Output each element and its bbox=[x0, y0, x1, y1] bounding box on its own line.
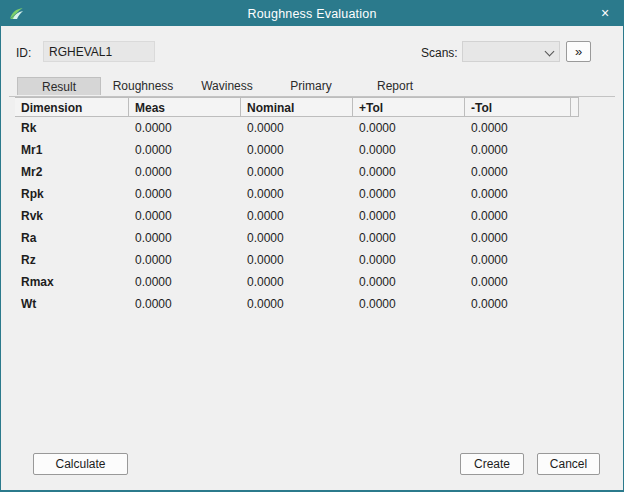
dimension-cell: Wt bbox=[15, 293, 129, 315]
value-cell: 0.0000 bbox=[129, 293, 241, 315]
table-row[interactable]: Ra0.00000.00000.00000.0000 bbox=[15, 227, 579, 249]
value-cell: 0.0000 bbox=[241, 227, 353, 249]
value-cell: 0.0000 bbox=[241, 183, 353, 205]
value-cell: 0.0000 bbox=[241, 293, 353, 315]
value-cell: 0.0000 bbox=[353, 293, 465, 315]
column-header-meas[interactable]: Meas bbox=[129, 98, 241, 116]
value-cell: 0.0000 bbox=[353, 271, 465, 293]
row-filler bbox=[571, 249, 579, 271]
value-cell: 0.0000 bbox=[129, 249, 241, 271]
value-cell: 0.0000 bbox=[129, 227, 241, 249]
dimension-cell: Mr1 bbox=[15, 139, 129, 161]
value-cell: 0.0000 bbox=[129, 117, 241, 139]
tab-bar: Result Roughness Waviness Primary Report bbox=[9, 77, 615, 97]
dimension-cell: Rpk bbox=[15, 183, 129, 205]
create-button[interactable]: Create bbox=[460, 453, 524, 475]
dimension-cell: Rmax bbox=[15, 271, 129, 293]
dimension-cell: Mr2 bbox=[15, 161, 129, 183]
value-cell: 0.0000 bbox=[241, 205, 353, 227]
tab-roughness[interactable]: Roughness bbox=[101, 77, 185, 95]
dimension-cell: Rk bbox=[15, 117, 129, 139]
value-cell: 0.0000 bbox=[465, 293, 571, 315]
titlebar[interactable]: Roughness Evaluation × bbox=[1, 1, 623, 26]
value-cell: 0.0000 bbox=[465, 139, 571, 161]
dimension-cell: Rz bbox=[15, 249, 129, 271]
value-cell: 0.0000 bbox=[465, 183, 571, 205]
value-cell: 0.0000 bbox=[129, 161, 241, 183]
table-row[interactable]: Rmax0.00000.00000.00000.0000 bbox=[15, 271, 579, 293]
row-filler bbox=[571, 293, 579, 315]
value-cell: 0.0000 bbox=[353, 139, 465, 161]
calculate-button[interactable]: Calculate bbox=[33, 453, 128, 475]
value-cell: 0.0000 bbox=[465, 271, 571, 293]
scans-label: Scans: bbox=[421, 46, 458, 60]
id-input[interactable] bbox=[43, 41, 155, 62]
table-body: Rk0.00000.00000.00000.0000Mr10.00000.000… bbox=[15, 117, 579, 315]
table-row[interactable]: Mr20.00000.00000.00000.0000 bbox=[15, 161, 579, 183]
value-cell: 0.0000 bbox=[353, 205, 465, 227]
tab-primary[interactable]: Primary bbox=[269, 77, 353, 95]
value-cell: 0.0000 bbox=[241, 271, 353, 293]
value-cell: 0.0000 bbox=[353, 161, 465, 183]
tab-result[interactable]: Result bbox=[17, 77, 101, 95]
roughness-evaluation-dialog: Roughness Evaluation × ID: Scans: » Resu… bbox=[0, 0, 624, 492]
scans-dropdown[interactable] bbox=[462, 41, 560, 62]
cancel-button[interactable]: Cancel bbox=[537, 453, 600, 475]
row-filler bbox=[571, 161, 579, 183]
value-cell: 0.0000 bbox=[465, 205, 571, 227]
dimension-cell: Rvk bbox=[15, 205, 129, 227]
value-cell: 0.0000 bbox=[353, 117, 465, 139]
value-cell: 0.0000 bbox=[241, 117, 353, 139]
close-icon[interactable]: × bbox=[596, 4, 614, 22]
table-row[interactable]: Rpk0.00000.00000.00000.0000 bbox=[15, 183, 579, 205]
column-header-minus-tol[interactable]: -Tol bbox=[465, 98, 571, 116]
value-cell: 0.0000 bbox=[353, 183, 465, 205]
row-filler bbox=[571, 183, 579, 205]
value-cell: 0.0000 bbox=[129, 205, 241, 227]
row-filler bbox=[571, 117, 579, 139]
row-filler bbox=[571, 271, 579, 293]
value-cell: 0.0000 bbox=[241, 249, 353, 271]
value-cell: 0.0000 bbox=[129, 139, 241, 161]
row-filler bbox=[571, 227, 579, 249]
value-cell: 0.0000 bbox=[353, 227, 465, 249]
value-cell: 0.0000 bbox=[465, 117, 571, 139]
value-cell: 0.0000 bbox=[241, 139, 353, 161]
table-header: Dimension Meas Nominal +Tol -Tol bbox=[15, 97, 579, 117]
window-title: Roughness Evaluation bbox=[1, 7, 623, 21]
value-cell: 0.0000 bbox=[129, 183, 241, 205]
tab-report[interactable]: Report bbox=[353, 77, 437, 95]
app-icon bbox=[8, 5, 25, 22]
value-cell: 0.0000 bbox=[129, 271, 241, 293]
value-cell: 0.0000 bbox=[353, 249, 465, 271]
column-header-nominal[interactable]: Nominal bbox=[241, 98, 353, 116]
table-row[interactable]: Rz0.00000.00000.00000.0000 bbox=[15, 249, 579, 271]
dimension-cell: Ra bbox=[15, 227, 129, 249]
value-cell: 0.0000 bbox=[465, 161, 571, 183]
id-label: ID: bbox=[16, 46, 31, 60]
table-row[interactable]: Mr10.00000.00000.00000.0000 bbox=[15, 139, 579, 161]
column-header-filler bbox=[571, 98, 579, 116]
tab-waviness[interactable]: Waviness bbox=[185, 77, 269, 95]
value-cell: 0.0000 bbox=[465, 227, 571, 249]
table-row[interactable]: Rvk0.00000.00000.00000.0000 bbox=[15, 205, 579, 227]
row-filler bbox=[571, 139, 579, 161]
value-cell: 0.0000 bbox=[241, 161, 353, 183]
table-row[interactable]: Rk0.00000.00000.00000.0000 bbox=[15, 117, 579, 139]
expand-scans-button[interactable]: » bbox=[566, 41, 591, 62]
column-header-dimension[interactable]: Dimension bbox=[15, 98, 129, 116]
chevron-down-icon bbox=[545, 47, 555, 57]
column-header-plus-tol[interactable]: +Tol bbox=[353, 98, 465, 116]
value-cell: 0.0000 bbox=[465, 249, 571, 271]
table-row[interactable]: Wt0.00000.00000.00000.0000 bbox=[15, 293, 579, 315]
row-filler bbox=[571, 205, 579, 227]
